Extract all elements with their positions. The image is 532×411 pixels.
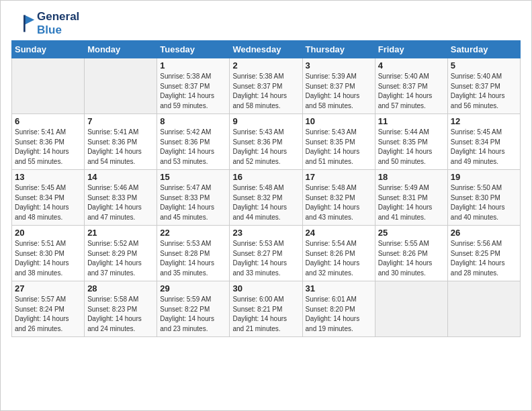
day-number: 18 bbox=[378, 172, 445, 182]
calendar-cell: 23Sunrise: 5:53 AMSunset: 8:27 PMDayligh… bbox=[230, 226, 302, 281]
calendar-cell: 21Sunrise: 5:52 AMSunset: 8:29 PMDayligh… bbox=[85, 226, 157, 281]
calendar-cell: 29Sunrise: 5:59 AMSunset: 8:22 PMDayligh… bbox=[157, 281, 230, 337]
day-info: Sunrise: 6:00 AMSunset: 8:21 PMDaylight:… bbox=[232, 295, 299, 334]
day-number: 1 bbox=[160, 60, 226, 71]
day-info: Sunrise: 5:58 AMSunset: 8:23 PMDaylight:… bbox=[87, 295, 154, 334]
day-number: 12 bbox=[451, 116, 517, 126]
day-info: Sunrise: 5:57 AMSunset: 8:24 PMDaylight:… bbox=[15, 295, 81, 334]
calendar-cell: 30Sunrise: 6:00 AMSunset: 8:21 PMDayligh… bbox=[230, 281, 302, 337]
day-number: 13 bbox=[15, 172, 81, 182]
weekday-header-monday: Monday bbox=[85, 41, 157, 58]
calendar-table: SundayMondayTuesdayWednesdayThursdayFrid… bbox=[11, 40, 521, 337]
day-number: 20 bbox=[15, 228, 81, 238]
day-number: 26 bbox=[451, 228, 517, 238]
calendar-cell: 19Sunrise: 5:50 AMSunset: 8:30 PMDayligh… bbox=[447, 170, 520, 226]
day-info: Sunrise: 5:40 AMSunset: 8:37 PMDaylight:… bbox=[451, 72, 517, 111]
day-info: Sunrise: 5:56 AMSunset: 8:25 PMDaylight:… bbox=[451, 239, 517, 278]
day-info: Sunrise: 5:49 AMSunset: 8:31 PMDaylight:… bbox=[378, 183, 445, 222]
day-info: Sunrise: 5:55 AMSunset: 8:26 PMDaylight:… bbox=[378, 239, 445, 278]
calendar-cell: 3Sunrise: 5:39 AMSunset: 8:37 PMDaylight… bbox=[302, 58, 375, 114]
weekday-header-saturday: Saturday bbox=[447, 41, 520, 58]
week-row-5: 27Sunrise: 5:57 AMSunset: 8:24 PMDayligh… bbox=[12, 281, 521, 337]
day-info: Sunrise: 5:54 AMSunset: 8:26 PMDaylight:… bbox=[306, 239, 372, 278]
day-number: 30 bbox=[232, 283, 299, 293]
day-info: Sunrise: 5:46 AMSunset: 8:33 PMDaylight:… bbox=[87, 183, 154, 222]
day-number: 24 bbox=[306, 228, 372, 238]
day-number: 6 bbox=[15, 116, 81, 126]
day-info: Sunrise: 5:48 AMSunset: 8:32 PMDaylight:… bbox=[306, 183, 372, 222]
calendar-cell: 8Sunrise: 5:42 AMSunset: 8:36 PMDaylight… bbox=[157, 114, 230, 170]
week-row-4: 20Sunrise: 5:51 AMSunset: 8:30 PMDayligh… bbox=[12, 226, 521, 281]
calendar-cell: 4Sunrise: 5:40 AMSunset: 8:37 PMDaylight… bbox=[375, 58, 447, 114]
calendar-cell: 25Sunrise: 5:55 AMSunset: 8:26 PMDayligh… bbox=[375, 226, 447, 281]
day-info: Sunrise: 5:38 AMSunset: 8:37 PMDaylight:… bbox=[232, 72, 299, 111]
day-info: Sunrise: 5:44 AMSunset: 8:35 PMDaylight:… bbox=[378, 128, 445, 167]
day-info: Sunrise: 5:40 AMSunset: 8:37 PMDaylight:… bbox=[378, 72, 445, 111]
day-number: 15 bbox=[160, 172, 226, 182]
day-info: Sunrise: 5:50 AMSunset: 8:30 PMDaylight:… bbox=[451, 183, 517, 222]
calendar-cell: 1Sunrise: 5:38 AMSunset: 8:37 PMDaylight… bbox=[157, 58, 230, 114]
day-info: Sunrise: 5:45 AMSunset: 8:34 PMDaylight:… bbox=[451, 128, 517, 167]
logo-icon bbox=[11, 11, 36, 36]
day-number: 23 bbox=[232, 228, 299, 238]
calendar-cell: 11Sunrise: 5:44 AMSunset: 8:35 PMDayligh… bbox=[375, 114, 447, 170]
day-number: 25 bbox=[378, 228, 445, 238]
day-number: 28 bbox=[87, 283, 154, 293]
week-row-3: 13Sunrise: 5:45 AMSunset: 8:34 PMDayligh… bbox=[12, 170, 521, 226]
day-number: 10 bbox=[306, 116, 372, 126]
day-info: Sunrise: 5:43 AMSunset: 8:36 PMDaylight:… bbox=[232, 128, 299, 167]
day-number: 31 bbox=[306, 283, 372, 293]
calendar-cell: 22Sunrise: 5:53 AMSunset: 8:28 PMDayligh… bbox=[157, 226, 230, 281]
weekday-header-wednesday: Wednesday bbox=[230, 41, 302, 58]
week-row-1: 1Sunrise: 5:38 AMSunset: 8:37 PMDaylight… bbox=[12, 58, 521, 114]
day-number: 7 bbox=[87, 116, 154, 126]
calendar-cell bbox=[85, 58, 157, 114]
day-info: Sunrise: 5:52 AMSunset: 8:29 PMDaylight:… bbox=[87, 239, 154, 278]
day-number: 19 bbox=[451, 172, 517, 182]
day-info: Sunrise: 5:42 AMSunset: 8:36 PMDaylight:… bbox=[160, 128, 226, 167]
weekday-header-sunday: Sunday bbox=[12, 41, 85, 58]
day-info: Sunrise: 6:01 AMSunset: 8:20 PMDaylight:… bbox=[306, 295, 372, 334]
day-number: 2 bbox=[232, 60, 299, 71]
day-number: 8 bbox=[160, 116, 226, 126]
day-info: Sunrise: 5:38 AMSunset: 8:37 PMDaylight:… bbox=[160, 72, 226, 111]
calendar-cell bbox=[375, 281, 447, 337]
weekday-header-tuesday: Tuesday bbox=[157, 41, 230, 58]
day-info: Sunrise: 5:53 AMSunset: 8:28 PMDaylight:… bbox=[160, 239, 226, 278]
day-number: 29 bbox=[160, 283, 226, 293]
calendar-cell: 7Sunrise: 5:41 AMSunset: 8:36 PMDaylight… bbox=[85, 114, 157, 170]
calendar-cell: 12Sunrise: 5:45 AMSunset: 8:34 PMDayligh… bbox=[447, 114, 520, 170]
weekday-header-thursday: Thursday bbox=[302, 41, 375, 58]
calendar-cell bbox=[447, 281, 520, 337]
day-info: Sunrise: 5:45 AMSunset: 8:34 PMDaylight:… bbox=[15, 183, 81, 222]
logo: General Blue bbox=[11, 10, 79, 36]
calendar-cell: 15Sunrise: 5:47 AMSunset: 8:33 PMDayligh… bbox=[157, 170, 230, 226]
day-number: 27 bbox=[15, 283, 81, 293]
day-info: Sunrise: 5:39 AMSunset: 8:37 PMDaylight:… bbox=[306, 72, 372, 111]
day-number: 21 bbox=[87, 228, 154, 238]
calendar-cell: 14Sunrise: 5:46 AMSunset: 8:33 PMDayligh… bbox=[85, 170, 157, 226]
day-info: Sunrise: 5:53 AMSunset: 8:27 PMDaylight:… bbox=[232, 239, 299, 278]
day-number: 5 bbox=[451, 60, 517, 71]
weekday-header-friday: Friday bbox=[375, 41, 447, 58]
day-number: 22 bbox=[160, 228, 226, 238]
calendar-cell: 17Sunrise: 5:48 AMSunset: 8:32 PMDayligh… bbox=[302, 170, 375, 226]
day-info: Sunrise: 5:59 AMSunset: 8:22 PMDaylight:… bbox=[160, 295, 226, 334]
day-info: Sunrise: 5:43 AMSunset: 8:35 PMDaylight:… bbox=[306, 128, 372, 167]
day-info: Sunrise: 5:41 AMSunset: 8:36 PMDaylight:… bbox=[87, 128, 154, 167]
calendar-cell: 6Sunrise: 5:41 AMSunset: 8:36 PMDaylight… bbox=[12, 114, 85, 170]
calendar-cell: 13Sunrise: 5:45 AMSunset: 8:34 PMDayligh… bbox=[12, 170, 85, 226]
day-number: 3 bbox=[306, 60, 372, 71]
calendar-cell: 9Sunrise: 5:43 AMSunset: 8:36 PMDaylight… bbox=[230, 114, 302, 170]
day-number: 11 bbox=[378, 116, 445, 126]
calendar-cell: 27Sunrise: 5:57 AMSunset: 8:24 PMDayligh… bbox=[12, 281, 85, 337]
page-container: General Blue SundayMondayTuesdayWednesda… bbox=[0, 0, 532, 411]
calendar-cell: 5Sunrise: 5:40 AMSunset: 8:37 PMDaylight… bbox=[447, 58, 520, 114]
calendar-cell: 20Sunrise: 5:51 AMSunset: 8:30 PMDayligh… bbox=[12, 226, 85, 281]
day-number: 16 bbox=[232, 172, 299, 182]
calendar-cell bbox=[12, 58, 85, 114]
day-number: 17 bbox=[306, 172, 372, 182]
logo-text: General Blue bbox=[37, 10, 79, 36]
calendar-cell: 26Sunrise: 5:56 AMSunset: 8:25 PMDayligh… bbox=[447, 226, 520, 281]
day-number: 4 bbox=[378, 60, 445, 71]
